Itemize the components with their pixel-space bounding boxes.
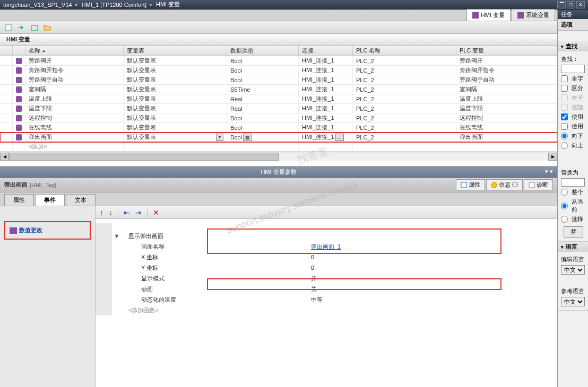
scroll-left-icon[interactable]: ◀ <box>0 153 9 161</box>
sort-asc-icon: ▲ <box>42 49 46 52</box>
use2-checkbox[interactable] <box>561 123 568 130</box>
header-spacer <box>13 46 25 56</box>
collapse-handle-icon[interactable]: ▾ ▾ <box>545 168 553 175</box>
task-panel-title: 任务 <box>558 10 588 19</box>
header-name[interactable]: 名称▲ <box>25 46 124 56</box>
function-list: ▼显示弹出画面 画面名称弹出画面_1 X 坐标0 Y 坐标0 显示模式开 动画关… <box>96 219 557 320</box>
tab-system-variables[interactable]: 系统变量 <box>512 9 555 21</box>
unpin-icon[interactable]: ▔ <box>557 1 566 8</box>
header-datatype[interactable]: 数据类型 <box>227 46 299 56</box>
func-param-row[interactable]: Y 坐标0 <box>96 262 557 273</box>
ref-lang-select[interactable]: 中文（ <box>561 297 585 306</box>
browse-icon[interactable]: ▦ <box>243 134 252 141</box>
replace-input[interactable] <box>561 178 585 187</box>
title-project: tongchuan_V13_SP1_V14 <box>3 2 72 8</box>
lang-section-title[interactable]: ▾语言 <box>558 242 588 252</box>
event-value-change[interactable]: 数值更改 <box>5 222 90 239</box>
ellipsis-icon[interactable]: … <box>335 134 344 141</box>
header-spacer <box>0 46 13 56</box>
tb-folder-icon[interactable] <box>42 23 52 32</box>
header-plcname[interactable]: PLC 名称 <box>353 46 456 56</box>
func-param-row[interactable]: 动态化的速度中等 <box>96 294 557 305</box>
properties-icon <box>461 182 467 188</box>
tab-properties[interactable]: 属性 <box>4 194 34 206</box>
up-radio[interactable] <box>561 142 568 149</box>
event-content: ↑ ↓ ⇤ ⇥ ✕ ▼显示弹出画面 画面名称弹出画面_1 X 坐标0 Y <box>96 206 557 387</box>
header-connection[interactable]: 连接 <box>299 46 353 56</box>
horizontal-scrollbar[interactable]: ◀ ▶ <box>0 152 557 161</box>
tb-export-icon[interactable] <box>30 23 39 32</box>
table-row[interactable]: 旁路阀手自动默认变量表BoolHMI_连接_1PLC_2旁路阀手自动 <box>0 75 557 85</box>
variable-icon <box>16 96 22 102</box>
table-row[interactable]: 旁路阀开默认变量表BoolHMI_连接_1PLC_2旁路阀开 <box>0 56 557 66</box>
find-label: 查找： <box>561 55 578 63</box>
properties-button[interactable]: 属性 <box>456 179 485 190</box>
scroll-right-icon[interactable]: ▶ <box>548 153 557 161</box>
down-radio[interactable] <box>561 133 568 139</box>
move-down-icon[interactable]: ↓ <box>109 208 113 217</box>
table-row[interactable]: 温度下限默认变量表RealHMI_连接_1PLC_2温度下限 <box>0 104 557 113</box>
screen-name-link[interactable]: 弹出画面_1 <box>311 243 341 250</box>
close-icon[interactable]: ✕ <box>576 1 585 8</box>
indent-icon[interactable]: ⇥ <box>135 208 142 217</box>
detail-body: 数值更改 ↑ ↓ ⇤ ⇥ ✕ ▼显示弹出画面 <box>0 206 557 387</box>
tab-hmi-variables[interactable]: HMI 变量 <box>466 9 511 21</box>
diagnostics-button[interactable]: 诊断 <box>524 179 553 190</box>
find-section-title[interactable]: ▾查找 <box>558 41 588 51</box>
delete-icon[interactable]: ✕ <box>153 208 159 217</box>
task-panel: 任务 选项 ▾查找 查找： 全字 区分 在子 在隐 使用 使用 向下 向上 替换… <box>557 10 588 387</box>
svg-rect-3 <box>529 182 534 188</box>
hidden-checkbox <box>561 104 568 111</box>
table-row[interactable]: 在线离线默认变量表BoolHMI_连接_1PLC_2在线离线 <box>0 123 557 133</box>
add-function-row[interactable]: <添加函数> <box>96 305 557 315</box>
splitter-bar[interactable]: HMI 变量参数 ▾ ▾ <box>0 166 557 178</box>
table-row[interactable]: 温度上限默认变量表RealHMI_连接_1PLC_2温度上限 <box>0 94 557 104</box>
use1-checkbox[interactable] <box>561 113 568 120</box>
svg-rect-0 <box>6 24 11 31</box>
move-up-icon[interactable]: ↑ <box>100 208 103 217</box>
replace-button[interactable]: 替 <box>564 226 583 238</box>
grid-header-row: 名称▲ 变量表 数据类型 连接 PLC 名称 PLC 变量 <box>0 46 557 56</box>
info-icon <box>491 182 497 188</box>
tag-icon <box>472 12 479 19</box>
func-param-row[interactable]: 画面名称弹出画面_1 <box>96 241 557 252</box>
detail-title: 弹出画面 <box>4 181 28 189</box>
tab-events[interactable]: 事件 <box>35 194 65 206</box>
func-param-row[interactable]: 显示模式开 <box>96 273 557 284</box>
whole-doc-radio[interactable] <box>561 189 568 196</box>
dropdown-icon[interactable]: ▼ <box>216 134 223 141</box>
event-sidebar: 数值更改 <box>0 206 96 387</box>
selection-radio[interactable] <box>561 216 568 223</box>
table-row[interactable]: 弹出画面默认变量表▼Bool▦HMI_连接_1…PLC_2弹出画面 <box>0 133 557 142</box>
find-input[interactable] <box>561 65 585 73</box>
variable-icon <box>16 105 22 112</box>
tb-import-icon[interactable] <box>17 23 27 32</box>
edit-lang-select[interactable]: 中文（ <box>561 265 585 275</box>
case-checkbox[interactable] <box>561 85 568 92</box>
tab-text[interactable]: 文本 <box>66 194 96 206</box>
table-row[interactable]: 室间隔默认变量表S5TimeHMI_连接_1PLC_2室间隔 <box>0 85 557 94</box>
detail-subtitle: [HMI_Tag] <box>30 182 56 188</box>
replace-label: 替换为 <box>561 169 578 177</box>
options-header: 选项 <box>558 19 588 31</box>
scroll-thumb[interactable] <box>9 153 279 161</box>
add-row[interactable]: <添加> <box>0 142 557 152</box>
collapse-icon[interactable]: ▼ <box>111 233 122 239</box>
variable-icon <box>16 86 22 93</box>
from-current-radio[interactable] <box>561 203 568 209</box>
func-param-row[interactable]: X 坐标0 <box>96 252 557 262</box>
table-row[interactable]: 旁路阀开指令默认变量表BoolHMI_连接_1PLC_2旁路阀开指令 <box>0 66 557 75</box>
main-toolbar <box>0 21 557 34</box>
tb-new-icon[interactable] <box>4 23 14 32</box>
collapse-icon: ▾ <box>561 44 564 49</box>
maximize-icon[interactable]: □ <box>567 1 575 8</box>
header-table[interactable]: 变量表 <box>124 46 227 56</box>
info-button[interactable]: 信息 ⓘ <box>486 179 523 190</box>
func-param-row[interactable]: 动画关 <box>96 284 557 294</box>
header-plcvar[interactable]: PLC 变量 <box>456 46 557 56</box>
outdent-icon[interactable]: ⇤ <box>124 208 130 217</box>
func-root-row[interactable]: ▼显示弹出画面 <box>96 231 557 241</box>
table-row[interactable]: 远程控制默认变量表BoolHMI_连接_1PLC_2远程控制 <box>0 113 557 123</box>
top-tab-strip: HMI 变量 系统变量 <box>0 10 557 21</box>
whole-word-checkbox[interactable] <box>561 75 568 82</box>
